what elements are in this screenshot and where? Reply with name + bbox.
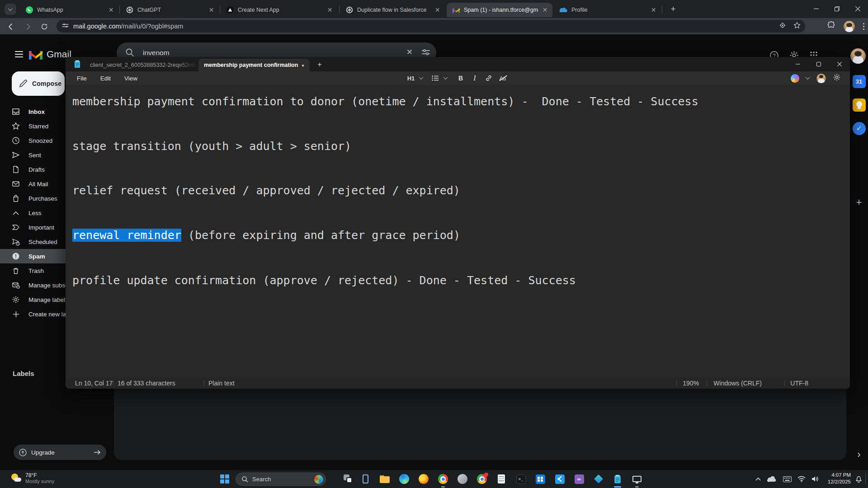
side-panel-toggle-icon[interactable]: › <box>852 447 866 462</box>
notifications-bell-icon[interactable] <box>853 473 864 485</box>
compose-button[interactable]: Compose <box>12 71 65 96</box>
tab-separator <box>662 6 662 14</box>
chevron-down-icon[interactable] <box>806 76 810 80</box>
show-desktop-button[interactable] <box>865 474 866 484</box>
new-tab-button[interactable]: + <box>667 4 679 15</box>
onedrive-icon[interactable] <box>766 473 778 485</box>
clear-search-icon[interactable]: ✕ <box>406 47 413 57</box>
browser-tab-create-next-app[interactable]: Create Next App ✕ <box>221 3 337 17</box>
tab-search-button[interactable] <box>5 4 16 15</box>
taskbar-search[interactable]: Search <box>236 473 326 486</box>
tab-close-icon[interactable]: ✕ <box>541 6 549 14</box>
steam-icon[interactable] <box>457 473 468 485</box>
back-button[interactable] <box>5 20 17 33</box>
notepad-tab-client-secret[interactable]: client_secret_2_60053885332-2reqe52rriba <box>85 59 198 71</box>
clear-formatting-button[interactable]: Ab <box>497 73 508 84</box>
salesforce-cloud-icon <box>560 6 567 14</box>
tray-clock[interactable]: 4:07 PM 12/2/2025 <box>825 472 851 485</box>
maximize-button[interactable] <box>826 0 847 17</box>
notepad-titlebar[interactable]: client_secret_2_60053885332-2reqe52rriba… <box>66 57 850 71</box>
main-menu-icon[interactable] <box>10 46 28 62</box>
task-view-icon[interactable] <box>342 473 354 485</box>
volume-icon[interactable] <box>809 473 821 485</box>
close-button[interactable] <box>847 0 868 17</box>
tab-close-icon[interactable]: ✕ <box>650 6 657 14</box>
edge-icon[interactable] <box>398 473 410 485</box>
get-addons-plus-icon[interactable]: + <box>852 195 866 210</box>
tab-separator <box>119 6 120 14</box>
text-line[interactable]: membership payment confirmation to donor… <box>72 94 698 109</box>
reload-button[interactable] <box>38 20 50 33</box>
text-line-with-selection[interactable]: renewal reminder (before expiring and af… <box>72 228 460 243</box>
notepad-taskbar-icon[interactable] <box>612 473 623 485</box>
text-line[interactable]: profile update confirmation (approve / r… <box>72 273 576 288</box>
start-button[interactable] <box>219 473 231 485</box>
address-bar[interactable]: mail.google.com/mail/u/0/?ogbl#spam <box>57 20 805 33</box>
microsoft-store-icon[interactable] <box>534 473 546 485</box>
menu-file[interactable]: File <box>70 75 94 82</box>
bold-button[interactable]: B <box>455 73 466 84</box>
chrome-profile2-icon[interactable] <box>476 473 488 485</box>
zoom-level[interactable]: 190% <box>683 380 707 387</box>
weather-widget[interactable]: 78°F Mostly sunny <box>11 472 54 484</box>
notepad-minimize-button[interactable] <box>788 57 808 71</box>
search-input[interactable]: invenom <box>143 49 170 57</box>
browser-tab-profile[interactable]: Profile ✕ <box>554 3 661 17</box>
tab-close-icon[interactable]: ✕ <box>326 6 334 14</box>
tray-chevron-up-icon[interactable] <box>752 473 764 485</box>
display-app-icon[interactable] <box>631 473 643 485</box>
browser-tab-chatgpt[interactable]: ChatGPT ✕ <box>120 3 219 17</box>
touch-keyboard-icon[interactable] <box>781 473 793 485</box>
link-button[interactable] <box>483 73 494 84</box>
notepad-maximize-button[interactable] <box>808 57 829 71</box>
firefox-icon[interactable] <box>418 473 429 485</box>
upgrade-button[interactable]: Upgrade <box>14 445 106 460</box>
tab-close-icon[interactable]: ✕ <box>434 6 441 14</box>
extensions-icon[interactable] <box>827 21 835 31</box>
browser-tab-gmail-spam[interactable]: Spam (1) - ishann.tforce@gmai ✕ <box>447 3 552 17</box>
phone-link-icon[interactable] <box>359 473 371 485</box>
text-line[interactable]: relief request (received / approved / re… <box>72 183 460 198</box>
notepad-close-button[interactable] <box>829 57 850 71</box>
text-document-app-icon[interactable] <box>495 473 507 485</box>
browser-profile-avatar[interactable] <box>844 21 855 32</box>
browser-menu-icon[interactable] <box>863 23 864 30</box>
chevron-down-icon[interactable] <box>444 76 448 80</box>
forward-button[interactable] <box>22 20 34 33</box>
chevron-down-icon[interactable] <box>420 76 423 80</box>
notepad-tab-membership[interactable]: membership payment confirmation ● <box>198 59 310 71</box>
keep-icon[interactable] <box>852 98 866 112</box>
minimize-button[interactable] <box>806 0 826 17</box>
tab-close-icon[interactable]: ✕ <box>208 6 215 14</box>
menu-view[interactable]: View <box>118 75 144 82</box>
tab-close-icon[interactable]: ✕ <box>107 6 115 14</box>
wifi-icon[interactable] <box>796 473 807 485</box>
text-line[interactable]: stage transition (youth > adult > senior… <box>72 139 351 154</box>
calendar-icon[interactable]: 31 <box>852 74 866 89</box>
gmail-account-avatar[interactable] <box>850 48 866 64</box>
site-info-icon[interactable] <box>62 22 69 31</box>
notepad-account-avatar[interactable] <box>816 74 826 83</box>
browser-tab-whatsapp[interactable]: WhatsApp ✕ <box>20 3 118 17</box>
vscode-icon[interactable] <box>554 473 566 485</box>
copilot-icon[interactable] <box>791 74 799 83</box>
italic-button[interactable]: I <box>469 73 480 84</box>
tasks-icon[interactable]: ✓ <box>852 121 866 136</box>
diamond-app-icon[interactable] <box>593 473 604 485</box>
bookmark-star-icon[interactable] <box>793 22 801 31</box>
heading-style-button[interactable]: H1 <box>406 73 416 84</box>
reading-mode-icon[interactable] <box>779 22 786 31</box>
list-style-button[interactable] <box>430 73 441 84</box>
visual-studio-icon[interactable]: ∞ <box>573 473 585 485</box>
tab-separator <box>339 6 340 14</box>
selected-text[interactable]: renewal reminder <box>72 229 181 242</box>
terminal-icon[interactable]: >_ <box>515 473 527 485</box>
notepad-settings-gear-icon[interactable] <box>833 73 841 83</box>
gmail-icon <box>452 6 460 14</box>
notepad-text-area[interactable]: membership payment confirmation to donor… <box>66 85 850 377</box>
notepad-new-tab-button[interactable]: + <box>315 60 324 69</box>
chrome-icon[interactable] <box>437 473 449 485</box>
browser-tab-salesforce-flow[interactable]: Duplicate flow in Salesforce ✕ <box>340 3 445 17</box>
menu-edit[interactable]: Edit <box>94 75 118 82</box>
file-explorer-icon[interactable] <box>379 473 391 485</box>
